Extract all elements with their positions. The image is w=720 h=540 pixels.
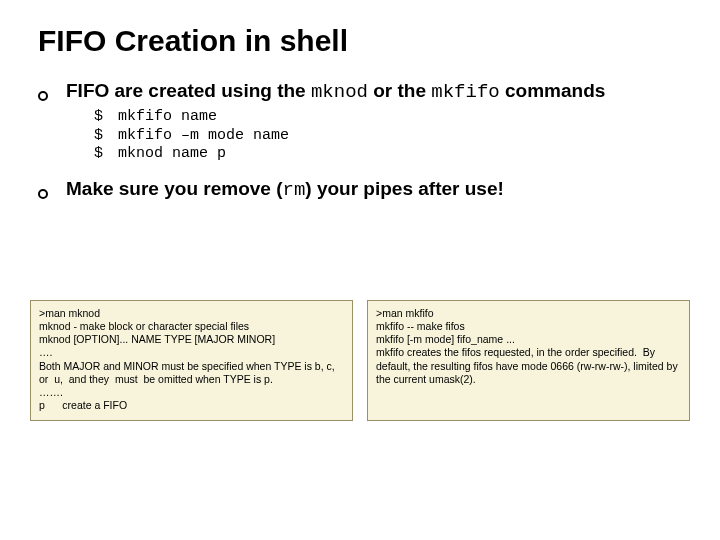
bullet-icon: [38, 178, 66, 202]
command-text: mkfifo –m mode name: [118, 127, 289, 146]
bullet-text-1: FIFO are created using the mknod or the …: [66, 80, 690, 104]
command-text: mknod name p: [118, 145, 226, 164]
bullet-item-2: Make sure you remove (rm) your pipes aft…: [38, 178, 690, 202]
man-page-boxes: >man mknod mknod - make block or charact…: [30, 300, 690, 421]
command-line: $ mkfifo name: [94, 108, 690, 127]
man-mknod-box: >man mknod mknod - make block or charact…: [30, 300, 353, 421]
text-segment: or the: [368, 80, 431, 101]
code-segment: mknod: [311, 81, 368, 103]
bullet-icon: [38, 80, 66, 104]
body-content: FIFO are created using the mknod or the …: [38, 80, 690, 202]
command-line: $ mknod name p: [94, 145, 690, 164]
page-title: FIFO Creation in shell: [38, 24, 690, 58]
command-text: mkfifo name: [118, 108, 217, 127]
code-segment: rm: [282, 179, 305, 201]
command-list: $ mkfifo name $ mkfifo –m mode name $ mk…: [94, 108, 690, 164]
man-mkfifo-box: >man mkfifo mkfifo -- make fifos mkfifo …: [367, 300, 690, 421]
text-segment: ) your pipes after use!: [305, 178, 504, 199]
bullet-item-1: FIFO are created using the mknod or the …: [38, 80, 690, 104]
prompt-icon: $: [94, 108, 118, 127]
text-segment: Make sure you remove (: [66, 178, 282, 199]
code-segment: mkfifo: [431, 81, 499, 103]
bullet-text-2: Make sure you remove (rm) your pipes aft…: [66, 178, 690, 202]
prompt-icon: $: [94, 145, 118, 164]
command-line: $ mkfifo –m mode name: [94, 127, 690, 146]
text-segment: FIFO are created using the: [66, 80, 311, 101]
prompt-icon: $: [94, 127, 118, 146]
slide: FIFO Creation in shell FIFO are created …: [0, 0, 720, 540]
text-segment: commands: [500, 80, 606, 101]
